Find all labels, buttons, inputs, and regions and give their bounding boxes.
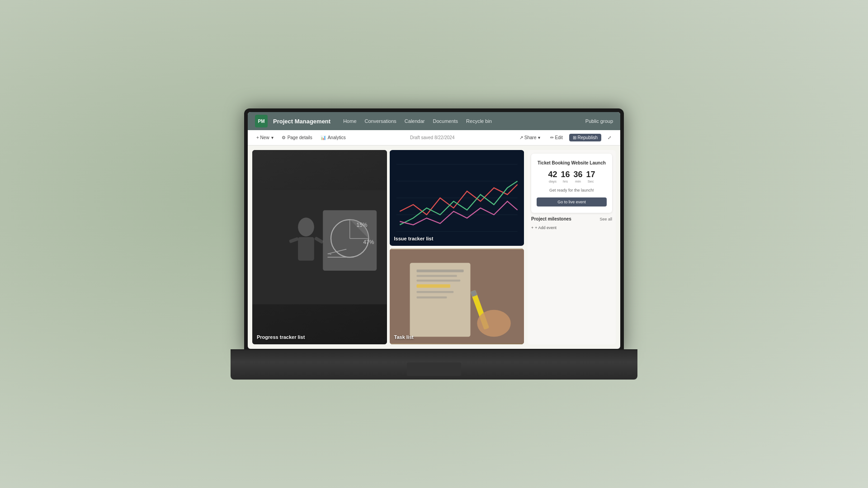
progress-tracker-card[interactable]: 15% 47% → Progress tracker list <box>252 150 387 344</box>
whiteboard-art: 15% 47% → <box>252 150 387 344</box>
card-grid: 15% 47% → Progress tracker list <box>252 150 524 344</box>
svg-point-1 <box>298 218 314 237</box>
days-number: 42 <box>548 170 557 178</box>
expand-icon: ⤢ <box>608 135 611 140</box>
share-button[interactable]: ↗ Share ▾ <box>516 134 544 141</box>
task-bg-art <box>390 249 524 344</box>
task-list-label: Task list <box>394 334 414 340</box>
analytics-button[interactable]: 📊 Analytics <box>317 134 349 141</box>
countdown-card: Ticket Booking Website Launch 42 days 16… <box>531 154 612 213</box>
hrs-label: hrs <box>563 179 568 183</box>
laptop-screen: PM Project Management Home Conversations… <box>244 108 624 352</box>
countdown-sec: 17 Sec <box>586 170 595 183</box>
svg-rect-22 <box>416 280 460 282</box>
svg-point-28 <box>477 310 510 337</box>
milestones-section: Project milestones See all + + Add event <box>528 213 616 344</box>
nav-title: Project Management <box>273 118 330 125</box>
task-documents-svg <box>390 249 524 344</box>
analytics-icon: 📊 <box>321 135 326 140</box>
laptop-trackpad <box>407 362 461 376</box>
countdown-min: 36 min <box>574 170 583 183</box>
add-event-button[interactable]: + + Add event <box>531 224 612 231</box>
republish-button[interactable]: ⊞ Republish <box>569 134 601 141</box>
public-group-label: Public group <box>585 118 613 124</box>
milestones-header: Project milestones See all <box>531 216 612 221</box>
top-nav: PM Project Management Home Conversations… <box>248 112 620 130</box>
nav-link-home[interactable]: Home <box>340 117 360 126</box>
svg-text:15%: 15% <box>357 222 368 228</box>
page-details-label: Page details <box>288 135 312 140</box>
laptop-container: PM Project Management Home Conversations… <box>231 108 637 380</box>
hrs-number: 16 <box>561 170 570 178</box>
add-event-icon: + <box>531 225 533 230</box>
milestones-title: Project milestones <box>531 216 571 221</box>
task-list-card[interactable]: Task list <box>390 249 524 344</box>
issue-tracker-label: Issue tracker list <box>394 236 434 241</box>
days-label: days <box>549 179 557 183</box>
share-chevron-icon: ▾ <box>538 135 540 140</box>
whiteboard-svg: 15% 47% → <box>252 150 387 344</box>
svg-text:47%: 47% <box>363 239 374 245</box>
sec-number: 17 <box>586 170 595 178</box>
min-number: 36 <box>574 170 583 178</box>
svg-rect-24 <box>416 291 453 293</box>
edit-label: Edit <box>555 135 563 140</box>
nav-logo: PM <box>255 115 268 127</box>
svg-text:→: → <box>328 252 332 257</box>
nav-link-conversations[interactable]: Conversations <box>361 117 400 126</box>
republish-icon: ⊞ <box>573 135 576 140</box>
republish-label: Republish <box>578 135 598 140</box>
toolbar-right: ↗ Share ▾ ✏ Edit ⊞ Republish <box>516 134 615 141</box>
progress-tracker-label: Progress tracker list <box>257 334 305 340</box>
countdown-hrs: 16 hrs <box>561 170 570 183</box>
new-label: + New <box>256 135 269 140</box>
nav-link-documents[interactable]: Documents <box>429 117 462 126</box>
svg-rect-25 <box>416 296 447 298</box>
chart-svg <box>390 150 524 246</box>
toolbar: + New ▾ ⚙ Page details 📊 Analytics Draft… <box>248 130 620 145</box>
main-content: 15% 47% → Progress tracker list <box>248 145 620 349</box>
svg-rect-19 <box>410 263 470 337</box>
svg-rect-2 <box>298 237 314 261</box>
go-live-button[interactable]: Go to live event <box>537 197 607 206</box>
expand-button[interactable]: ⤢ <box>604 134 615 141</box>
sec-label: Sec <box>588 179 594 183</box>
svg-rect-21 <box>416 275 457 277</box>
screen-content: PM Project Management Home Conversations… <box>248 112 620 349</box>
chevron-down-icon: ▾ <box>271 135 274 140</box>
svg-rect-23 <box>416 284 450 287</box>
countdown-title: Ticket Booking Website Launch <box>537 160 607 166</box>
share-label: Share <box>524 135 537 140</box>
min-label: min <box>575 179 581 183</box>
countdown-message: Get ready for the launch! <box>537 188 607 192</box>
laptop-base <box>231 350 637 380</box>
issue-tracker-card[interactable]: Issue tracker list <box>390 150 524 246</box>
nav-link-recycle-bin[interactable]: Recycle bin <box>462 117 495 126</box>
share-icon: ↗ <box>519 135 523 140</box>
nav-link-calendar[interactable]: Calendar <box>401 117 429 126</box>
new-button[interactable]: + New ▾ <box>253 134 277 141</box>
app-wrapper: PM Project Management Home Conversations… <box>248 112 620 349</box>
add-event-label: + Add event <box>535 225 557 230</box>
svg-rect-20 <box>416 270 463 272</box>
countdown-numbers: 42 days 16 hrs 36 min <box>537 170 607 183</box>
edit-icon: ✏ <box>550 135 554 140</box>
page-details-icon: ⚙ <box>282 135 286 140</box>
edit-button[interactable]: ✏ Edit <box>547 134 566 141</box>
countdown-days: 42 days <box>548 170 557 183</box>
nav-links: Home Conversations Calendar Documents Re… <box>340 117 580 126</box>
analytics-label: Analytics <box>328 135 346 140</box>
see-all-link[interactable]: See all <box>599 217 612 221</box>
sidebar: Ticket Booking Website Launch 42 days 16… <box>528 150 616 344</box>
page-details-button[interactable]: ⚙ Page details <box>278 134 316 141</box>
draft-status: Draft saved 8/22/2024 <box>351 135 514 140</box>
